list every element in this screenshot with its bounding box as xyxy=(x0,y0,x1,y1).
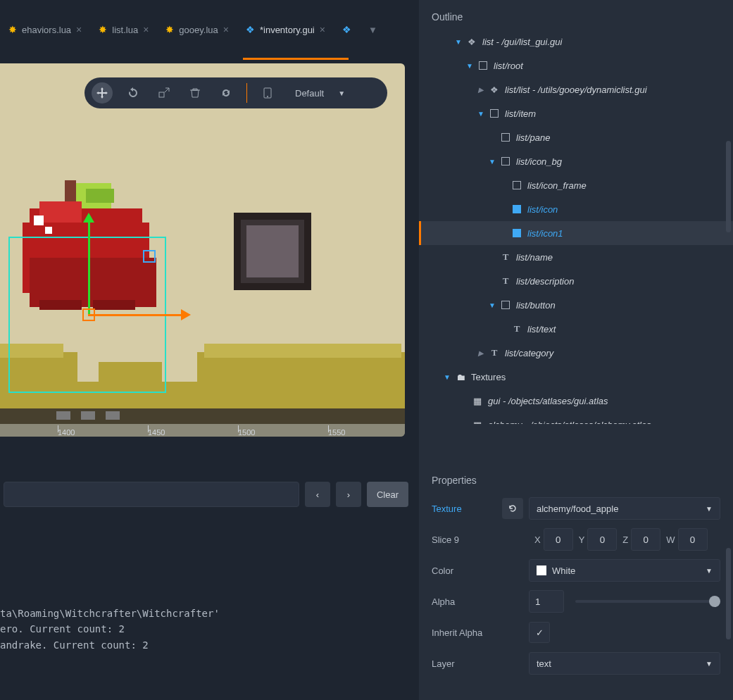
chevron-right-icon[interactable]: ▶ xyxy=(477,86,485,94)
slider-thumb[interactable] xyxy=(709,596,720,607)
chevron-right-icon[interactable]: ▶ xyxy=(477,349,485,357)
outline-node[interactable]: ▶Tlist/category xyxy=(419,341,733,365)
refresh-icon xyxy=(220,87,232,99)
chevron-down-icon[interactable]: ▼ xyxy=(488,301,496,309)
text-icon: T xyxy=(501,252,510,262)
close-icon[interactable]: × xyxy=(320,25,325,35)
slice9-x-input[interactable] xyxy=(544,528,573,551)
outline-texture-item[interactable]: ▦gui - /objects/atlases/gui.atlas xyxy=(419,389,733,413)
outline-node[interactable]: Tlist/description xyxy=(419,269,733,293)
outline-node[interactable]: ▼❖list - /gui/list_gui.gui xyxy=(419,30,733,54)
svg-rect-7 xyxy=(45,227,52,234)
chevron-down-icon: ▼ xyxy=(338,89,345,97)
outline-node[interactable]: Tlist/text xyxy=(419,317,733,341)
outline-node[interactable]: ▶❖list/list - /utils/gooey/dynamiclist.g… xyxy=(419,77,733,101)
outline-node[interactable]: list/icon xyxy=(419,197,733,221)
move-tool-button[interactable] xyxy=(92,82,113,104)
scale-icon xyxy=(158,87,170,99)
rotate-tool-button[interactable] xyxy=(123,82,144,104)
outline-node[interactable]: list/icon_frame xyxy=(419,173,733,197)
x-label: X xyxy=(534,535,541,545)
svg-point-22 xyxy=(267,96,268,97)
slice9-z-input[interactable] xyxy=(631,528,660,551)
close-icon[interactable]: × xyxy=(76,25,82,35)
gizmo-origin[interactable] xyxy=(82,308,95,321)
svg-rect-13 xyxy=(246,225,299,277)
editor-left-panel: ✸ ehaviors.lua × ✸ list.lua × ✸ gooey.lu… xyxy=(0,0,419,700)
property-label: Color xyxy=(432,565,502,576)
outline-node[interactable]: list/icon1 xyxy=(419,221,733,245)
outline-node[interactable]: ▼list/icon_bg xyxy=(419,149,733,173)
gizmo-xy-plane[interactable] xyxy=(143,250,156,263)
device-button[interactable] xyxy=(257,82,278,104)
move-icon xyxy=(96,87,108,99)
color-dropdown[interactable]: White ▼ xyxy=(529,559,720,582)
outline-scrollbar[interactable] xyxy=(726,141,731,232)
chevron-down-icon[interactable]: ▼ xyxy=(488,158,496,165)
node-label: list/pane xyxy=(516,132,550,143)
text-icon: T xyxy=(501,276,510,286)
gizmo-x-axis[interactable] xyxy=(88,314,181,316)
node-label: list/category xyxy=(505,348,553,358)
outline-node[interactable]: Tlist/name xyxy=(419,245,733,269)
property-inherit-alpha: Inherit Alpha ✓ xyxy=(419,617,733,648)
tab-list[interactable]: ✸ list.lua × xyxy=(90,18,157,41)
ruler-tick: 1450 xyxy=(148,428,165,437)
property-texture: Texture alchemy/food_apple ▼ xyxy=(419,493,733,524)
outline-node[interactable]: ▼list/root xyxy=(419,54,733,77)
scale-tool-button[interactable] xyxy=(154,82,175,104)
tab-overflow[interactable]: ▼ xyxy=(360,19,386,41)
tab-inventory[interactable]: ❖ *inventory.gui × xyxy=(237,18,334,41)
slice9-y-input[interactable] xyxy=(587,528,617,551)
console-next-button[interactable]: › xyxy=(336,482,361,507)
chevron-down-icon: ▼ xyxy=(706,567,713,575)
close-icon[interactable]: × xyxy=(143,25,149,35)
property-label: Layer xyxy=(432,658,502,669)
reset-texture-button[interactable] xyxy=(502,498,523,519)
svg-rect-0 xyxy=(65,180,76,201)
alpha-input[interactable] xyxy=(529,590,564,613)
sprite-slot xyxy=(234,213,311,290)
tab-gooey[interactable]: ✸ gooey.lua × xyxy=(157,18,237,41)
tab-extra[interactable]: ❖ xyxy=(334,18,360,41)
console-prev-button[interactable]: ‹ xyxy=(305,482,330,507)
refresh-button[interactable] xyxy=(215,82,237,104)
view-mode-dropdown[interactable]: Default ▼ xyxy=(288,88,352,99)
outline-node[interactable]: ▼list/item xyxy=(419,101,733,125)
console-input[interactable] xyxy=(4,482,299,507)
text-icon: T xyxy=(512,324,522,334)
box-icon xyxy=(478,61,488,70)
scene-viewport[interactable]: Default ▼ 1400 1450 1500 1550 xyxy=(0,63,405,437)
texture-dropdown[interactable]: alchemy/food_apple ▼ xyxy=(529,497,720,520)
box-icon xyxy=(512,204,522,214)
alpha-slider[interactable] xyxy=(575,600,720,603)
gizmo-y-axis[interactable] xyxy=(88,221,90,315)
console-clear-button[interactable]: Clear xyxy=(367,482,408,507)
editor-right-panel: Outline ▼❖list - /gui/list_gui.gui▼list/… xyxy=(419,0,733,700)
stack-icon: ❖ xyxy=(246,24,255,35)
inherit-alpha-checkbox[interactable]: ✓ xyxy=(529,622,550,643)
chevron-down-icon[interactable]: ▼ xyxy=(477,110,485,118)
tab-behaviors[interactable]: ✸ ehaviors.lua × xyxy=(0,18,90,41)
outline-node[interactable]: list/pane xyxy=(419,125,733,149)
chevron-down-icon: ▼ xyxy=(706,505,713,513)
property-label: Alpha xyxy=(432,596,502,607)
box-icon xyxy=(501,132,510,142)
property-alpha: Alpha xyxy=(419,586,733,617)
node-label: list/description xyxy=(516,276,574,287)
properties-scrollbar[interactable] xyxy=(726,548,731,639)
device-icon xyxy=(262,87,273,99)
node-label: list/root xyxy=(494,61,523,71)
outline-textures-folder[interactable]: ▼🖿Textures xyxy=(419,365,733,389)
trash-button[interactable] xyxy=(184,82,206,104)
chevron-down-icon[interactable]: ▼ xyxy=(454,38,463,46)
node-label: list/icon1 xyxy=(527,228,563,239)
chevron-down-icon[interactable]: ▼ xyxy=(465,62,474,70)
layer-dropdown[interactable]: text ▼ xyxy=(529,652,720,675)
outline-node[interactable]: ▼list/button xyxy=(419,293,733,317)
chevron-down-icon[interactable]: ▼ xyxy=(443,373,451,381)
outline-texture-item[interactable]: ▦alchemy - /objects/atlases/alchemy.atla… xyxy=(419,413,733,424)
slice9-w-input[interactable] xyxy=(678,528,708,551)
tab-label: gooey.lua xyxy=(179,25,218,35)
close-icon[interactable]: × xyxy=(223,25,229,35)
